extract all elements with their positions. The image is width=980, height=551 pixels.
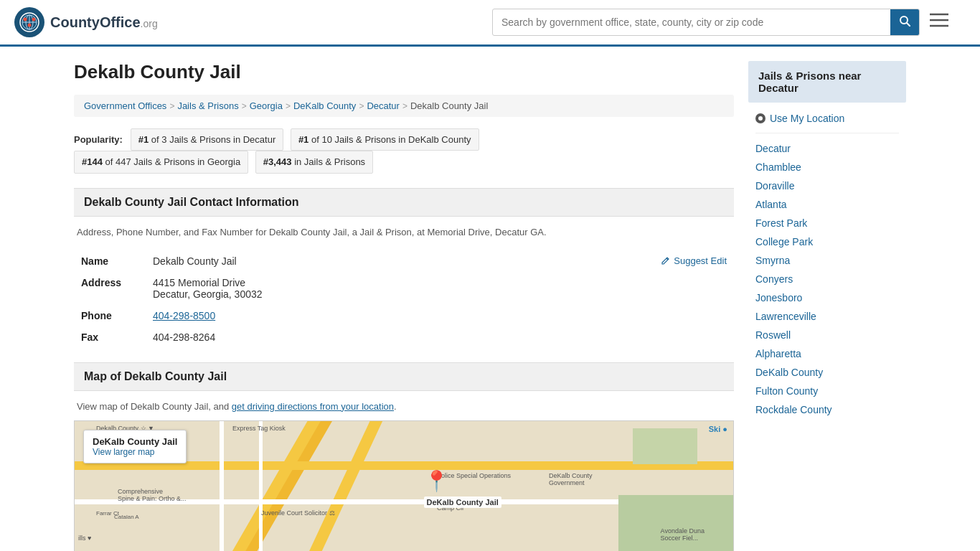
phone-link[interactable]: 404-298-8500 [153, 310, 215, 321]
phone-value: 404-298-8500 [146, 305, 734, 326]
search-icon [899, 15, 910, 27]
table-row-name: Name Dekalb County Jail Suggest Edit [74, 250, 734, 272]
table-row-phone: Phone 404-298-8500 [74, 305, 734, 326]
sidebar-item-lawrenceville[interactable]: Lawrenceville [755, 311, 816, 322]
breadcrumb: Government Offices > Jails & Prisons > G… [74, 95, 734, 117]
map-label-spine: ComprehensiveSpine & Pain: Ortho &... [118, 488, 187, 502]
map-green-area2 [633, 428, 697, 464]
svg-point-6 [32, 18, 36, 22]
list-item: Alpharetta [748, 344, 906, 363]
list-item: Conyers [748, 270, 906, 288]
sidebar-item-alpharetta[interactable]: Alpharetta [755, 348, 801, 359]
view-larger-map-link[interactable]: View larger map [93, 447, 154, 457]
pop-badge-2: #1 of 10 Jails & Prisons in DeKalb Count… [291, 128, 479, 151]
suggest-edit-icon [661, 255, 671, 265]
map-green-area [618, 495, 733, 551]
map-description: View map of Dekalb County Jail, and get … [74, 401, 734, 412]
contact-section-header: Dekalb County Jail Contact Information [74, 188, 734, 217]
list-item: DeKalb County [748, 363, 906, 382]
svg-point-7 [28, 24, 32, 27]
breadcrumb-decatur[interactable]: Decatur [367, 100, 400, 111]
sidebar-item-roswell[interactable]: Roswell [755, 329, 791, 341]
popularity-row: Popularity: #1 #1 of 3 Jails & Prisons i… [74, 128, 734, 174]
map-section-header: Map of Dekalb County Jail [74, 362, 734, 391]
main-content: Dekalb County Jail Government Offices > … [74, 61, 734, 551]
sidebar-item-dekalb-county[interactable]: DeKalb County [755, 367, 823, 378]
page-title: Dekalb County Jail [74, 61, 734, 83]
list-item: Roswell [748, 326, 906, 344]
list-item: Chamblee [748, 158, 906, 176]
pop-badge-3: #144 of 447 Jails & Prisons in Georgia [74, 151, 248, 173]
list-item: Jonesboro [748, 288, 906, 307]
location-dot-icon [755, 113, 765, 123]
map-road-v [220, 421, 224, 551]
svg-line-9 [907, 23, 910, 26]
sidebar-item-decatur[interactable]: Decatur [755, 143, 791, 154]
fax-value: 404-298-8264 [146, 326, 734, 348]
use-my-location[interactable]: Use My Location [748, 107, 906, 130]
breadcrumb-dekalb-county[interactable]: DeKalb County [293, 100, 356, 111]
map-ski-pin: Ski ● [709, 425, 727, 433]
search-input[interactable] [493, 11, 890, 34]
map-container[interactable]: Dekalb County ☆ ▼ Express Tag Kiosk Poli… [74, 420, 734, 551]
map-background: Dekalb County ☆ ▼ Express Tag Kiosk Poli… [75, 421, 733, 551]
map-label-dekalb-gov: DeKalb CountyGovernment [549, 472, 593, 486]
sidebar-item-fulton-county[interactable]: Fulton County [755, 385, 818, 397]
pop-badge-4: #3,443 in Jails & Prisons [255, 151, 373, 173]
map-label-hills: ills ♥ [78, 534, 91, 542]
suggest-edit-link[interactable]: Suggest Edit [661, 255, 727, 266]
sidebar-item-jonesboro[interactable]: Jonesboro [755, 292, 802, 303]
sidebar-item-conyers[interactable]: Conyers [755, 273, 793, 285]
breadcrumb-current: Dekalb County Jail [410, 100, 488, 111]
contact-description: Address, Phone Number, and Fax Number fo… [74, 227, 734, 237]
list-item: Doraville [748, 176, 906, 195]
sidebar-item-forest-park[interactable]: Forest Park [755, 217, 807, 229]
sidebar-item-rockdale-county[interactable]: Rockdale County [755, 404, 832, 415]
directions-link[interactable]: get driving directions from your locatio… [232, 401, 394, 412]
map-label-juvenile: Juvenile Court Solicitor ⚖ [261, 509, 335, 517]
breadcrumb-jails-prisons[interactable]: Jails & Prisons [177, 100, 238, 111]
sidebar-item-college-park[interactable]: College Park [755, 236, 813, 248]
svg-point-5 [24, 18, 27, 22]
sidebar-item-chamblee[interactable]: Chamblee [755, 161, 801, 173]
list-item: Atlanta [748, 195, 906, 214]
menu-icon[interactable] [927, 10, 951, 34]
list-item: College Park [748, 232, 906, 251]
list-item: Fulton County [748, 382, 906, 400]
name-label: Name [74, 250, 146, 272]
phone-label: Phone [74, 305, 146, 326]
sidebar-header: Jails & Prisons near Decatur [748, 61, 906, 103]
address-value: 4415 Memorial Drive Decatur, Georgia, 30… [146, 272, 734, 305]
sidebar-item-atlanta[interactable]: Atlanta [755, 199, 787, 210]
name-value: Dekalb County Jail Suggest Edit [146, 250, 734, 272]
logo-icon [14, 7, 44, 37]
map-label-avondale: Avondale DunaSoccer Fiel... [661, 527, 705, 542]
breadcrumb-georgia[interactable]: Georgia [250, 100, 283, 111]
use-my-location-link[interactable]: Use My Location [770, 113, 844, 124]
list-item: Decatur [748, 139, 906, 158]
logo-area: CountyOffice.org [14, 7, 158, 37]
search-box [492, 9, 920, 36]
search-button[interactable] [890, 9, 919, 35]
page-wrapper: Dekalb County Jail Government Offices > … [60, 47, 920, 551]
pop-badge-1: #1 #1 of 3 Jails & Prisons in Decaturof … [131, 128, 284, 151]
breadcrumb-gov-offices[interactable]: Government Offices [84, 100, 166, 111]
sidebar-item-doraville[interactable]: Doraville [755, 180, 794, 192]
sidebar-item-smyrna[interactable]: Smyrna [755, 255, 790, 266]
popup-title: DeKalb County Jail [93, 436, 177, 447]
sidebar-divider [755, 133, 899, 133]
fax-label: Fax [74, 326, 146, 348]
header: CountyOffice.org [0, 0, 980, 47]
map-road-v2 [259, 421, 263, 551]
list-item: Rockdale County [748, 400, 906, 419]
list-item: Smyrna [748, 251, 906, 270]
search-area [492, 9, 951, 36]
popularity-label: Popularity: [74, 134, 123, 145]
map-label-express: Express Tag Kiosk [232, 425, 286, 432]
map-label-catalan: Catalan A [114, 514, 139, 520]
contact-table: Name Dekalb County Jail Suggest Edit [74, 250, 734, 348]
table-row-fax: Fax 404-298-8264 [74, 326, 734, 348]
sidebar: Jails & Prisons near Decatur Use My Loca… [748, 61, 906, 551]
list-item: Forest Park [748, 214, 906, 232]
map-pin: 📍 [424, 471, 449, 491]
